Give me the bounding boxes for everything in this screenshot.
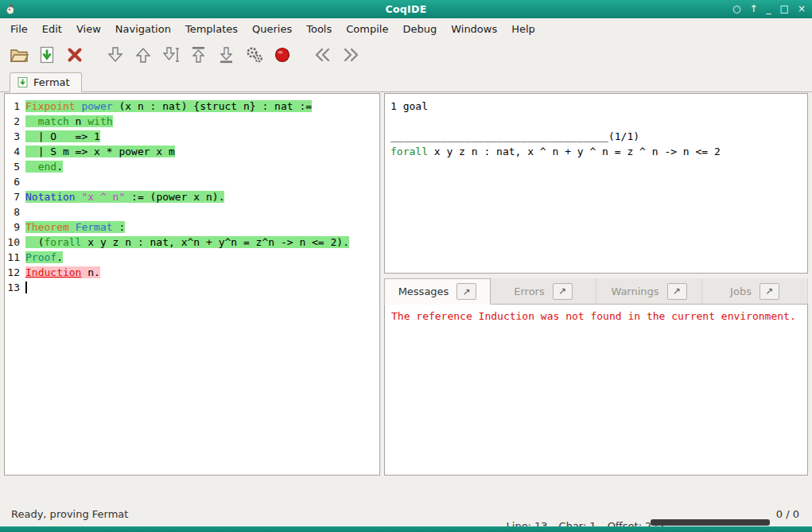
code-line-12[interactable]: 12Induction n. — [5, 265, 379, 280]
backward-one-command-button[interactable] — [130, 43, 155, 68]
right-column: 1 goal _________________________________… — [384, 93, 808, 476]
code-line-text: Fixpoint power (x n : nat) {struct n} : … — [25, 99, 312, 114]
menu-queries[interactable]: Queries — [245, 20, 299, 38]
tab-fermat[interactable]: Fermat — [10, 72, 82, 92]
panel-tab-label: Jobs — [730, 285, 752, 297]
code-line-4[interactable]: 4 | S m => x * power x m — [5, 144, 379, 159]
panel-tab-label: Warnings — [611, 285, 659, 297]
titlebar[interactable]: CoqIDE ○ ↑ _ □ × — [0, 0, 812, 18]
status-text: Ready, proving Fermat — [11, 508, 128, 520]
close-button[interactable] — [62, 43, 87, 68]
code-line-text: | S m => x * power x m — [25, 144, 175, 159]
line-number: 12 — [5, 265, 25, 280]
previous-occurrence-button[interactable] — [310, 43, 335, 68]
window-shade-button[interactable]: ↑ — [750, 0, 758, 18]
line-number: 10 — [5, 235, 25, 250]
restart-button[interactable] — [186, 43, 211, 68]
panel-tab-messages[interactable]: Messages↗ — [384, 278, 491, 305]
fully-check-button[interactable] — [242, 43, 266, 68]
code-line-text: Induction n. — [25, 265, 100, 280]
window-maximize-button[interactable]: □ — [780, 0, 789, 18]
toolbar — [0, 39, 812, 71]
line-number: 13 — [5, 280, 25, 295]
menu-file[interactable]: File — [3, 20, 35, 38]
code-line-11[interactable]: 11Proof. — [5, 250, 379, 265]
code-line-7[interactable]: 7Notation "x ^ n" := (power x n). — [5, 189, 379, 204]
menubar: FileEditViewNavigationTemplatesQueriesTo… — [0, 18, 812, 39]
window-bottom-border — [0, 526, 812, 532]
statusbar: Ready, proving Fermat Line:13Char:1Offse… — [0, 501, 812, 526]
window-menu-button[interactable]: ○ — [732, 0, 740, 18]
code-line-1[interactable]: 1Fixpoint power (x n : nat) {struct n} :… — [5, 99, 379, 114]
panel-tabbar: Messages↗Errors↗Warnings↗Jobs↗ — [384, 278, 808, 305]
line-number: 8 — [5, 204, 25, 219]
arrow-down-to-cursor-icon — [161, 45, 181, 65]
open-button[interactable] — [6, 43, 31, 68]
tab-label: Fermat — [33, 76, 70, 88]
gears-icon — [244, 45, 265, 65]
code-line-9[interactable]: 9Theorem Fermat : — [5, 219, 379, 235]
window-close-button[interactable]: × — [798, 0, 806, 18]
menu-templates[interactable]: Templates — [178, 20, 245, 38]
detach-button[interactable]: ↗ — [760, 283, 779, 300]
double-chevron-left-icon — [313, 45, 333, 65]
line-number: 7 — [5, 189, 25, 204]
main-area: 1Fixpoint power (x n : nat) {struct n} :… — [0, 93, 812, 476]
run-to-end-button[interactable] — [214, 43, 239, 68]
messages-content: The reference Induction was not found in… — [384, 305, 808, 476]
next-occurrence-button[interactable] — [338, 43, 363, 68]
panel-tab-errors[interactable]: Errors↗ — [491, 278, 596, 304]
code-line-13[interactable]: 13 — [5, 280, 379, 295]
menu-debug[interactable]: Debug — [395, 20, 444, 38]
code-line-text: | O => 1 — [25, 129, 100, 144]
code-line-text: Proof. — [25, 250, 63, 265]
detach-button[interactable]: ↗ — [553, 283, 573, 300]
code-line-5[interactable]: 5 end. — [5, 159, 379, 174]
messages-notebook: Messages↗Errors↗Warnings↗Jobs↗ The refer… — [384, 278, 808, 476]
detach-button[interactable]: ↗ — [667, 283, 687, 300]
menu-view[interactable]: View — [69, 20, 108, 38]
goal-line: forall x y z n : nat, x ^ n + y ^ n = z … — [390, 144, 802, 159]
interrupt-button[interactable] — [270, 43, 294, 68]
code-line-3[interactable]: 3 | O => 1 — [5, 129, 379, 144]
code-line-8[interactable]: 8 — [5, 204, 379, 219]
detach-arrow-icon: ↗ — [463, 286, 471, 297]
line-number: 1 — [5, 99, 25, 114]
worker-count: 0 / 0 — [776, 508, 799, 520]
panel-tab-jobs[interactable]: Jobs↗ — [702, 278, 808, 304]
code-line-10[interactable]: 10 (forall x y z n : nat, x^n + y^n = z^… — [5, 235, 379, 250]
window-title: CoqIDE — [385, 3, 426, 15]
bottom-scrollbar-thumb[interactable] — [651, 519, 770, 526]
line-number: 6 — [5, 174, 25, 189]
script-editor[interactable]: 1Fixpoint power (x n : nat) {struct n} :… — [4, 93, 380, 476]
forward-one-command-button[interactable] — [103, 43, 127, 68]
arrow-up-icon — [133, 45, 153, 65]
window-minimize-button[interactable]: _ — [767, 0, 771, 18]
save-button[interactable] — [34, 43, 59, 68]
window-controls: ○ ↑ _ □ × — [732, 0, 806, 18]
goal-line: 1 goal — [390, 99, 802, 114]
red-stop-icon — [272, 45, 293, 65]
menu-edit[interactable]: Edit — [35, 20, 69, 38]
coqide-logo-icon — [5, 3, 17, 15]
arrow-down-to-bottom-icon — [216, 45, 237, 65]
menu-navigation[interactable]: Navigation — [108, 20, 178, 38]
close-x-icon — [64, 45, 85, 65]
open-folder-icon — [9, 45, 29, 65]
panel-tab-warnings[interactable]: Warnings↗ — [596, 278, 702, 304]
menu-compile[interactable]: Compile — [339, 20, 395, 38]
code-line-2[interactable]: 2 match n with — [5, 114, 379, 129]
line-number: 5 — [5, 159, 25, 174]
code-line-text: end. — [25, 159, 63, 174]
code-line-text: Theorem Fermat : — [25, 219, 125, 235]
run-to-cursor-button[interactable] — [158, 43, 183, 68]
code-line-6[interactable]: 6 — [5, 174, 379, 189]
double-chevron-right-icon — [340, 45, 361, 65]
arrow-up-to-top-icon — [188, 45, 209, 65]
arrow-down-icon — [105, 45, 126, 65]
text-cursor — [25, 282, 27, 293]
menu-windows[interactable]: Windows — [444, 20, 504, 38]
menu-help[interactable]: Help — [504, 20, 542, 38]
menu-tools[interactable]: Tools — [299, 20, 339, 38]
detach-button[interactable]: ↗ — [457, 283, 476, 300]
